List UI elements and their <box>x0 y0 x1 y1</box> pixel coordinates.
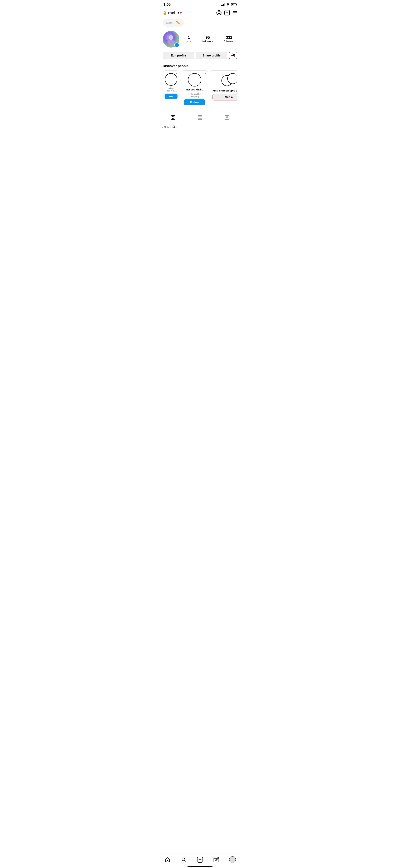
add-person-button[interactable] <box>229 52 237 59</box>
signal-icon <box>221 3 225 6</box>
posts-count: 1 <box>186 35 192 40</box>
edit-profile-button[interactable]: Edit profile <box>163 52 194 59</box>
notification-dot <box>180 12 182 13</box>
share-profile-button[interactable]: Share profile <box>196 52 227 59</box>
posts-label: post <box>186 40 192 43</box>
followers-stat[interactable]: 95 followers <box>202 35 213 43</box>
note-placeholder: Note... <box>166 21 175 25</box>
discover-scroll[interactable]: ✕ ed bymali + 9... ow ✕ masood khali... … <box>163 70 237 108</box>
content-area <box>159 131 241 197</box>
close-card-button[interactable]: ✕ <box>176 72 178 75</box>
home-indicator <box>187 866 213 867</box>
find-more-text: Find more people to follow <box>213 89 237 92</box>
discover-card-partial: ✕ ed bymali + 9... ow <box>163 70 179 108</box>
tab-tagged[interactable] <box>214 112 241 124</box>
nav-home-button[interactable] <box>162 856 173 864</box>
see-all-button[interactable]: See all <box>213 94 237 100</box>
overlap-avatar-2 <box>227 73 237 84</box>
profile-stats: 1 post 95 followers 332 following <box>184 35 237 43</box>
status-bar: 1:05 41 <box>159 0 241 8</box>
svg-rect-5 <box>173 116 175 117</box>
discover-card-2: ✕ masood khali... Followed bymaryamy Fol… <box>181 70 208 108</box>
username-area[interactable]: 🔒 mel. ▾ <box>163 10 182 15</box>
find-more-card: Find more people to follow See all <box>210 70 237 108</box>
tab-reels[interactable] <box>186 112 214 124</box>
add-person-icon <box>231 53 236 58</box>
following-label: following <box>224 40 235 43</box>
card-followed-by: ed bymali + 9... <box>166 87 176 92</box>
card-followed-by-2: Followed bymaryamy <box>188 93 201 98</box>
hamburger-menu-icon[interactable] <box>233 11 237 14</box>
add-avatar-button[interactable]: + <box>174 42 179 48</box>
following-count: 332 <box>224 35 235 40</box>
top-nav: 🔒 mel. ▾ + <box>159 8 241 17</box>
card-name-2: masood khali... <box>186 88 204 91</box>
profile-avatar-nav <box>229 856 236 863</box>
followers-count: 95 <box>202 35 213 40</box>
nav-right-icons: + <box>216 10 237 16</box>
discover-title: Discover people <box>163 64 237 68</box>
status-icons: 41 <box>221 3 237 6</box>
status-time: 1:05 <box>163 2 171 7</box>
avatar-container[interactable]: + <box>163 31 179 48</box>
nav-add-button[interactable] <box>195 856 205 864</box>
note-area: Note... ✏️ <box>159 17 241 28</box>
follow-button[interactable]: ow <box>164 94 178 99</box>
threads-icon[interactable] <box>216 10 221 15</box>
lock-icon: 🔒 <box>163 11 167 15</box>
card-avatar-2 <box>188 73 201 87</box>
wifi-icon <box>226 3 230 6</box>
notes-close-button[interactable] <box>172 125 177 129</box>
nav-search-button[interactable] <box>179 856 189 864</box>
discover-section: Discover people ✕ ed bymali + 9... ow ✕ … <box>159 62 241 110</box>
nav-reels-button[interactable] <box>211 856 221 864</box>
notes-label[interactable]: < Notes <box>162 126 171 129</box>
profile-section: + 1 post 95 followers 332 following <box>159 28 241 49</box>
username: mel. <box>168 10 177 15</box>
following-stat[interactable]: 332 following <box>224 35 235 43</box>
svg-point-2 <box>169 35 173 40</box>
action-buttons: Edit profile Share profile <box>159 49 241 62</box>
close-card-2-button[interactable]: ✕ <box>204 72 206 75</box>
posts-stat[interactable]: 1 post <box>186 35 192 43</box>
svg-point-1 <box>167 40 175 45</box>
svg-point-16 <box>226 117 228 118</box>
tab-grid[interactable] <box>159 112 186 124</box>
nav-profile-button[interactable] <box>227 856 238 864</box>
svg-rect-6 <box>171 118 173 120</box>
grid-icon <box>171 115 175 121</box>
svg-point-10 <box>200 117 201 118</box>
dropdown-area[interactable]: ▾ <box>178 11 182 14</box>
overlapping-avatars <box>221 73 237 87</box>
battery-icon: 41 <box>231 3 237 6</box>
svg-rect-4 <box>171 116 173 117</box>
reels-icon <box>198 115 202 121</box>
followers-label: followers <box>202 40 213 43</box>
tagged-icon <box>225 115 229 121</box>
notes-bar: < Notes <box>159 124 241 131</box>
svg-rect-7 <box>173 118 175 120</box>
svg-rect-15 <box>225 116 229 120</box>
svg-point-22 <box>216 859 217 860</box>
note-bubble[interactable]: Note... ✏️ <box>163 19 184 27</box>
follow-button-2[interactable]: Follow <box>184 99 206 105</box>
add-content-icon[interactable]: + <box>224 10 230 16</box>
content-tabs <box>159 112 241 124</box>
chevron-down-icon: ▾ <box>178 11 179 14</box>
